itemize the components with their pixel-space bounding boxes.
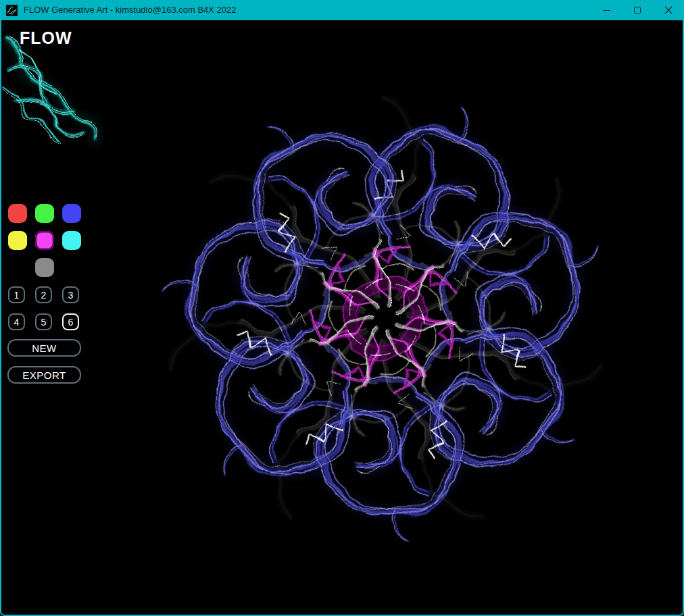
variant-button-6[interactable]: 6	[62, 313, 79, 330]
maximize-icon	[634, 7, 641, 14]
variant-button-1[interactable]: 1	[8, 286, 25, 303]
variant-button-5[interactable]: 5	[35, 313, 52, 330]
logo-wisp-art	[1, 39, 97, 145]
color-swatch-gray[interactable]	[35, 258, 54, 277]
window-title: FLOW Generative Art - kimstudio@163.com …	[24, 0, 591, 20]
variant-button-3[interactable]: 3	[62, 286, 79, 303]
minimize-button[interactable]	[591, 0, 622, 20]
color-swatch-yellow[interactable]	[8, 231, 27, 250]
minimize-icon	[603, 10, 610, 11]
window-controls	[591, 0, 684, 20]
canvas-area: FLOW 1 2 3 4 5 6 NEW EXPORT	[1, 20, 683, 615]
generative-art-canvas[interactable]	[1, 20, 683, 615]
maximize-button[interactable]	[622, 0, 653, 20]
variant-button-2[interactable]: 2	[35, 286, 52, 303]
titlebar: FLOW Generative Art - kimstudio@163.com …	[0, 0, 684, 20]
bloom-artwork	[140, 68, 629, 546]
color-swatch-green[interactable]	[35, 204, 54, 223]
close-button[interactable]	[653, 0, 684, 20]
app-icon	[6, 5, 18, 16]
color-swatch-magenta[interactable]	[35, 231, 54, 250]
close-icon	[664, 6, 673, 14]
color-swatch-red[interactable]	[8, 204, 27, 223]
app-window: FLOW Generative Art - kimstudio@163.com …	[0, 0, 684, 616]
new-button[interactable]: NEW	[7, 339, 81, 357]
logo-text: FLOW	[20, 28, 72, 48]
color-swatch-blue[interactable]	[62, 204, 81, 223]
color-swatch-cyan[interactable]	[62, 231, 81, 250]
export-button[interactable]: EXPORT	[7, 366, 81, 384]
variant-button-4[interactable]: 4	[8, 313, 25, 330]
